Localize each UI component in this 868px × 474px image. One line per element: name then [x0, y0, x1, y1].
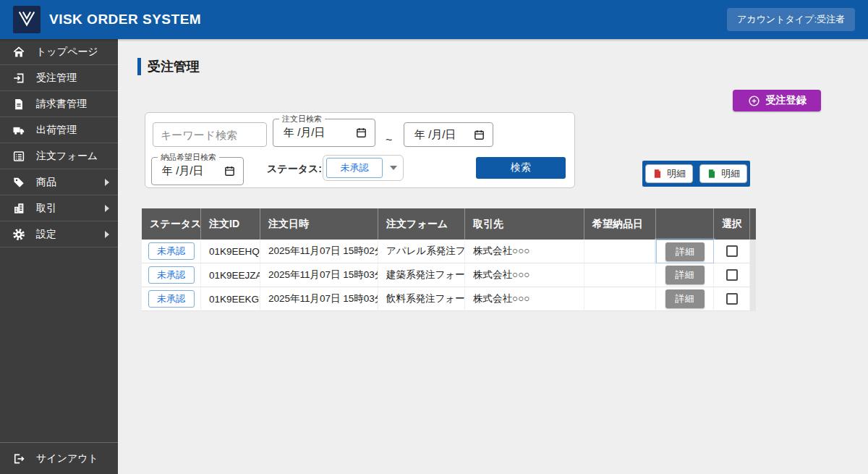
search-button[interactable]: 検索	[476, 157, 566, 179]
table-row-detail-cell: 詳細	[656, 263, 714, 287]
status-selected-value[interactable]: 未承認	[326, 158, 383, 178]
table-row-order-form-cell: アパレル系発注フ...	[378, 240, 465, 263]
export-excel-label: 明細	[721, 167, 740, 180]
chevron-right-icon	[105, 205, 109, 212]
chevron-right-icon	[105, 231, 109, 238]
sidebar-item-label: 請求書管理	[36, 98, 87, 111]
plus-circle-icon	[748, 95, 760, 107]
sidebar-item-label: トップページ	[36, 46, 98, 59]
sidebar-item-top-page[interactable]: トップページ	[0, 39, 118, 65]
sidebar-item-label: 取引	[36, 202, 56, 215]
table-row-status-cell: 未承認	[142, 287, 201, 311]
calendar-icon[interactable]	[473, 129, 485, 141]
sidebar-item-transactions[interactable]: 取引	[0, 195, 118, 221]
sidebar-item-order-form[interactable]: 注文フォーム	[0, 143, 118, 169]
pdf-file-icon	[652, 169, 663, 179]
table-row-order-id-cell: 01K9EEKGPX	[201, 287, 260, 311]
table-row-client-cell: 株式会社○○○	[465, 287, 584, 311]
status-badge: 未承認	[148, 242, 195, 260]
delivery-date-field[interactable]: 納品希望日検索 年 /月/日	[151, 152, 244, 185]
gear-icon	[12, 227, 26, 242]
delivery-date-value: 年 /月/日	[162, 164, 204, 178]
export-pdf-button[interactable]: 明細	[645, 164, 693, 183]
keyword-search-input[interactable]	[153, 122, 267, 147]
table-row-datetime-cell: 2025年11月07日 15時03分	[260, 287, 378, 311]
calendar-icon[interactable]	[224, 165, 236, 177]
order-date-from-field[interactable]: 注文日検索 年 /月/日	[273, 114, 375, 147]
sidebar-item-signout[interactable]: サインアウト	[0, 442, 118, 474]
sidebar-item-label: 設定	[36, 228, 56, 241]
building-icon	[12, 201, 26, 216]
title-accent-bar	[137, 58, 141, 75]
column-header-order-form: 注文フォーム	[378, 208, 465, 240]
table-row-datetime-cell: 2025年11月07日 15時03分	[260, 263, 378, 287]
column-header-delivery-date: 希望納品日	[584, 208, 656, 240]
table-row-client-cell: 株式会社○○○	[465, 240, 584, 263]
table-row-select-cell	[714, 240, 750, 263]
row-select-checkbox[interactable]	[726, 269, 738, 281]
column-header-order-datetime: 注文日時	[260, 208, 378, 240]
search-panel: 注文日検索 年 /月/日 ~ 年 /月/日 納品希望日検索 年 /月/日	[145, 112, 575, 188]
table-scrollbar[interactable]	[750, 208, 756, 311]
detail-button[interactable]: 詳細	[665, 266, 705, 284]
sidebar-item-label: 商品	[36, 176, 56, 189]
table-scrollbar-header-cap	[750, 208, 756, 240]
sidebar-item-invoice-management[interactable]: 請求書管理	[0, 91, 118, 117]
detail-button[interactable]: 詳細	[665, 242, 705, 261]
chevron-right-icon	[105, 179, 109, 186]
tag-icon	[12, 175, 26, 190]
account-type-badge: アカウントタイプ:受注者	[727, 8, 855, 31]
sidebar-item-products[interactable]: 商品	[0, 169, 118, 195]
table-row-status-cell: 未承認	[142, 263, 201, 287]
orders-table: ステータス 注文ID 注文日時 注文フォーム 取引先 希望納品日 選択 未承認 …	[142, 208, 756, 311]
sidebar-spacer	[0, 247, 118, 442]
order-date-to-field[interactable]: 年 /月/日	[404, 122, 493, 147]
table-row-datetime-cell: 2025年11月07日 15時02分	[260, 240, 378, 263]
app-header: VISK ORDER SYSTEM アカウントタイプ:受注者	[0, 0, 868, 39]
table-row-order-form-cell: 飲料系発注フォーム	[378, 287, 465, 311]
table-row-client-cell: 株式会社○○○	[465, 263, 584, 287]
status-label: ステータス:	[267, 163, 322, 176]
page-title: 受注管理	[148, 58, 200, 75]
order-intake-icon	[12, 71, 26, 85]
calendar-icon[interactable]	[355, 127, 367, 139]
table-row-select-cell	[714, 287, 750, 311]
excel-file-icon	[707, 169, 717, 179]
export-pdf-label: 明細	[667, 167, 686, 180]
chevron-down-icon[interactable]	[390, 166, 397, 170]
export-excel-button[interactable]: 明細	[699, 164, 747, 183]
status-select[interactable]: 未承認	[323, 155, 404, 181]
sidebar-item-settings[interactable]: 設定	[0, 221, 118, 247]
detail-button[interactable]: 詳細	[665, 289, 705, 308]
main-content: 受注管理 受注登録 注文日検索 年 /月/日 ~ 年 /月/日	[118, 39, 868, 474]
date-range-separator: ~	[386, 134, 392, 147]
table-row-detail-cell: 詳細	[656, 240, 714, 263]
page-title-row: 受注管理	[137, 58, 200, 75]
sidebar-item-label: サインアウト	[36, 452, 98, 465]
order-form-icon	[12, 149, 26, 164]
column-header-client: 取引先	[465, 208, 584, 240]
export-strip: 明細 明細	[642, 161, 750, 187]
status-badge: 未承認	[148, 290, 195, 308]
table-row-order-id-cell: 01K9EEHQ64	[201, 240, 260, 263]
row-select-checkbox[interactable]	[726, 293, 738, 305]
sidebar-item-order-management[interactable]: 受注管理	[0, 65, 118, 91]
table-row-delivery-cell	[584, 240, 656, 263]
app-title: VISK ORDER SYSTEM	[49, 12, 201, 27]
logout-icon	[12, 452, 26, 466]
sidebar-item-shipping-management[interactable]: 出荷管理	[0, 117, 118, 143]
table-row-delivery-cell	[584, 287, 656, 311]
order-date-to-value: 年 /月/日	[414, 128, 456, 142]
order-register-button[interactable]: 受注登録	[733, 90, 821, 111]
sidebar-item-label: 受注管理	[36, 72, 77, 85]
delivery-date-search-label: 納品希望日検索	[158, 152, 219, 163]
column-header-detail	[656, 208, 714, 240]
sidebar-item-label: 出荷管理	[36, 124, 77, 137]
row-select-checkbox[interactable]	[726, 245, 738, 257]
status-badge: 未承認	[148, 266, 195, 284]
app-logo	[13, 6, 41, 33]
table-row-order-id-cell: 01K9EEJZAC	[201, 263, 260, 287]
order-date-from-value: 年 /月/日	[284, 126, 326, 140]
table-row-select-cell	[714, 263, 750, 287]
invoice-icon	[12, 97, 26, 111]
